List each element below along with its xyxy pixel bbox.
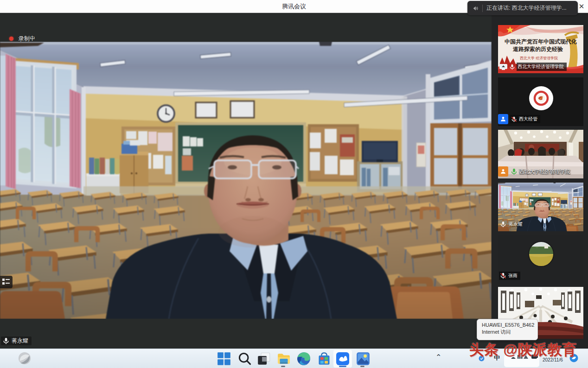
- svg-text:西北大学 经济管理学院: 西北大学 经济管理学院: [520, 56, 558, 60]
- svg-text:道路探索的历史经验: 道路探索的历史经验: [512, 46, 563, 52]
- svg-text:中国共产党百年中国式现代化: 中国共产党百年中国式现代化: [505, 38, 577, 45]
